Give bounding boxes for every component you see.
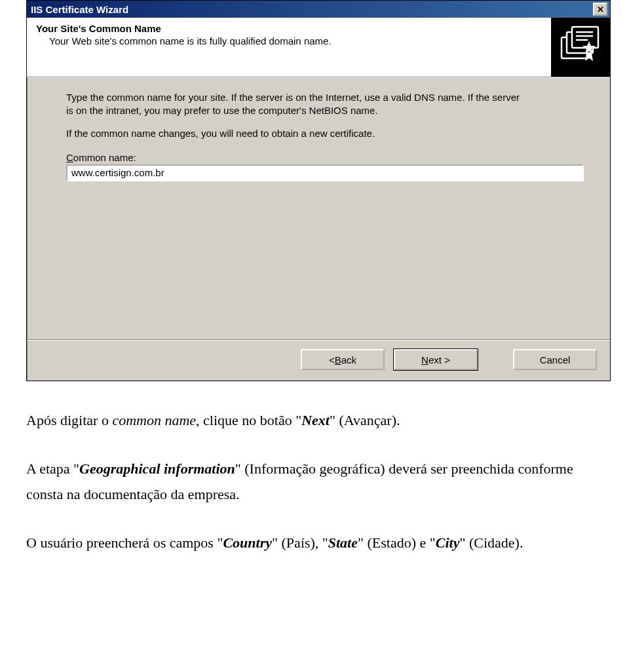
svg-rect-2 (572, 27, 598, 48)
dialog-button-row: < Back Next > Cancel (27, 339, 610, 381)
common-name-input[interactable] (66, 164, 584, 181)
dialog-title: IIS Certificate Wizard (31, 4, 128, 15)
header-title: Your Site's Common Name (36, 23, 332, 34)
iis-certificate-wizard-dialog: IIS Certificate Wizard ✕ Your Site's Com… (26, 0, 611, 381)
back-button[interactable]: < Back (301, 349, 385, 370)
dialog-header: Your Site's Common Name Your Web site's … (27, 18, 610, 77)
dialog-titlebar: IIS Certificate Wizard ✕ (27, 1, 610, 18)
dialog-body: Type the common name for your site. If t… (27, 77, 610, 339)
certificate-icon (551, 18, 610, 77)
doc-paragraph-1: Após digitar o common name, clique no bo… (26, 407, 603, 434)
close-button[interactable]: ✕ (593, 3, 607, 16)
doc-paragraph-2: A etapa "Geographical information" (Info… (26, 456, 603, 508)
instruction-text-1: Type the common name for your site. If t… (66, 91, 525, 118)
header-subtitle: Your Web site's common name is its fully… (36, 34, 332, 47)
document-body: Após digitar o common name, clique no bo… (26, 407, 603, 555)
instruction-text-2: If the common name changes, you will nee… (66, 127, 525, 140)
common-name-label: Common name: (66, 152, 590, 163)
next-button[interactable]: Next > (394, 349, 478, 370)
cancel-button[interactable]: Cancel (513, 349, 597, 370)
doc-paragraph-3: O usuário preencherá os campos "Country"… (26, 530, 603, 556)
close-icon: ✕ (597, 5, 604, 14)
